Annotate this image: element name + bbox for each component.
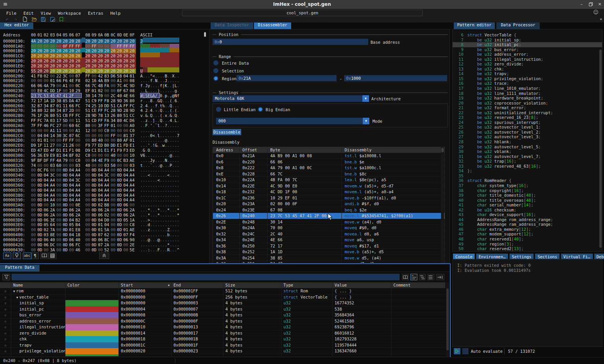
- book-view-button[interactable]: [40, 252, 48, 259]
- code-line[interactable]: 13 be u32 chk;: [453, 67, 602, 72]
- code-line[interactable]: 25 be u32 autovector_level_1;: [453, 125, 602, 130]
- panel-close-icon[interactable]: ×: [598, 17, 604, 22]
- disasm-scrollbar[interactable]: [441, 147, 444, 263]
- highlight-toggle[interactable]: [13, 252, 21, 259]
- disasm-row[interactable]: 0x140x22E4C 9D 00 E0movem.w (a5)+, d5-d7: [213, 183, 444, 189]
- hex-row[interactable]: 000001C0:2020202020202020202020202020202…: [0, 52, 208, 57]
- hex-row[interactable]: 00000260:32873487011166FC742510DD51CAFFF…: [0, 102, 208, 107]
- hex-row[interactable]: 00000390:000D04A4000D04A4000D04A4000D04A…: [0, 197, 208, 202]
- code-line[interactable]: 24 be u32 spurious_interrupt;: [453, 120, 602, 125]
- disasm-row[interactable]: 0xE0x22866 7Cbne.b $8c: [213, 171, 444, 177]
- disasm-row[interactable]: 0x380x2521A 1Dmove.b (a5)+, d5: [213, 249, 444, 255]
- pilcrow-toggle[interactable]: ¶: [31, 252, 39, 259]
- document-tab[interactable]: cool_spot.gen: [182, 10, 423, 16]
- column-divider[interactable]: [341, 147, 342, 263]
- base-address-input[interactable]: 0x0: [213, 39, 368, 45]
- jump-icon[interactable]: [436, 274, 444, 280]
- radio-entire-data[interactable]: [213, 60, 218, 65]
- code-line[interactable]: 46 char extra_memory[12];: [453, 227, 602, 232]
- console-tab-virtual-fi-[interactable]: Virtual Fi…: [561, 254, 593, 259]
- code-line[interactable]: 36struct RomHeader {: [453, 178, 602, 183]
- pattern-row[interactable]: [0, 354, 445, 357]
- hex-row[interactable]: 000003B0:000D062A000D062A000D062A000D062…: [0, 206, 208, 211]
- favorite-star-icon[interactable]: ☆: [0, 294, 11, 300]
- hex-row[interactable]: 000003E0:000D0564000D05B4000D0104000D00C…: [0, 221, 208, 227]
- minimize-button[interactable]: –: [578, 1, 585, 7]
- hex-row[interactable]: 00000420:000D06DC000D06FC000D072A000D002…: [0, 241, 208, 246]
- code-line[interactable]: 34};: [453, 168, 602, 173]
- bookmark-icon[interactable]: [58, 17, 64, 22]
- feedback-smiley-icon[interactable]: ☺: [593, 9, 599, 15]
- disasm-row[interactable]: 0x80x2224A 79 00 A1 00 0Ctst.w $a1000c.l: [213, 165, 444, 171]
- favorite-star-icon[interactable]: ☆: [0, 312, 11, 318]
- hex-row[interactable]: 00000290:FFFC7A03175D001151CDFFFA34804CD…: [0, 117, 208, 122]
- hex-row[interactable]: 00000220:66064A7900A1000C667C4BFA007C4C9…: [0, 82, 208, 87]
- code-line[interactable]: 28 be u32 hblank;: [453, 139, 602, 144]
- console-tab-environmen-[interactable]: Environmen…: [476, 254, 508, 259]
- hex-row[interactable]: 00000320:7400000360000003400000035000000…: [0, 162, 208, 167]
- tab-disassembler[interactable]: Disassembler: [254, 22, 291, 29]
- pattern-row[interactable]: ☆▼rom0x000000000x000001FF512 bytesstruct…: [0, 288, 445, 294]
- code-line[interactable]: 49 char region[3];: [453, 242, 602, 247]
- hex-row[interactable]: 00000360:000D04A4000D04A4000D04A4000D04A…: [0, 182, 208, 187]
- book-icon[interactable]: [402, 274, 409, 280]
- grid-view-button[interactable]: [48, 252, 57, 259]
- region-start-input[interactable]: 0x21A: [237, 75, 336, 81]
- hex-row[interactable]: 000003A0:000D0010000D000E000D02B8000D060…: [0, 201, 208, 206]
- pattern-row[interactable]: ☆initial_pc0x000000040x000000074 bytesu3…: [0, 306, 445, 312]
- hex-row[interactable]: 00000300:5636E9E981048F02C00000004000001…: [0, 152, 208, 157]
- pattern-data-scrollbar-thumb[interactable]: [446, 288, 449, 350]
- tab-pattern-editor[interactable]: Pattern editor: [454, 22, 495, 29]
- code-line[interactable]: 44 AddressRange rom_address_range;: [453, 217, 602, 222]
- hex-row[interactable]: 00000380:000D04A4000D04A4000D04A4000D04A…: [0, 192, 208, 197]
- hex-row[interactable]: 00000200:41F80200223C0007FF004283D658048…: [0, 72, 208, 77]
- code-line[interactable]: 21 be u32 format_error;: [453, 105, 602, 110]
- column-divider[interactable]: [267, 147, 268, 263]
- hex-row[interactable]: 00000330:000CF600000D04A4000D04A4000D04A…: [0, 167, 208, 172]
- hex-row[interactable]: 000001B0:2020202020202020202020202020202…: [0, 48, 208, 53]
- chevron-down-icon[interactable]: ▼: [362, 95, 369, 102]
- code-line[interactable]: 37 char system_type[16];: [453, 183, 602, 188]
- restore-button[interactable]: [587, 1, 594, 7]
- hex-row[interactable]: 000002F0:ED47ED4FD1E1F108D9C1D1E1F1F9F3E…: [0, 147, 208, 152]
- code-line[interactable]: 26 be u32 autovector_level_2;: [453, 130, 602, 135]
- disasm-row[interactable]: 0x180x2324C DD 1F 00movem.l (a5)+, a0-a4: [213, 189, 444, 195]
- hex-row[interactable]: 00000190:4A20202020202020202020202020202…: [0, 38, 208, 43]
- pattern-code-editor[interactable]: 6struct VectorTable {7 be u32 initial_sp…: [452, 29, 602, 252]
- hex-row[interactable]: 00000310:9FBFDFFF4A7900C000044EF9000CB3A…: [0, 157, 208, 162]
- code-line[interactable]: 38 char copyright[16];: [453, 188, 602, 193]
- hex-row[interactable]: 00000240:237C534547412F00301470002C404E6…: [0, 92, 208, 97]
- code-line[interactable]: 27 be u32 autovector_level_3;: [453, 134, 602, 139]
- hex-row[interactable]: 00000410:000D0640000D0640000D068C000D069…: [0, 236, 208, 241]
- code-line[interactable]: 48 char reserved1[40];: [453, 237, 602, 242]
- case-sensitive-toggle[interactable]: Aa: [3, 252, 11, 259]
- code-line[interactable]: 45 AddressRange ram_address_range;: [453, 222, 602, 227]
- code-line[interactable]: 17 be u32 line_1010_emulator;: [453, 86, 602, 91]
- disasm-row[interactable]: 0x3A0x25438 85move.w d5, (a4): [213, 255, 444, 261]
- hex-row[interactable]: 000002C0:00040414303C076C00000000FF00813…: [0, 132, 208, 137]
- hex-row[interactable]: 00000350:000D04A4000D043C000D04A4000D04A…: [0, 177, 208, 182]
- hex-row[interactable]: 000001E0:2020202020202020202020202020202…: [0, 62, 208, 67]
- pattern-row[interactable]: ☆trapv0x0000001C0x0000001F4 bytesu321195…: [0, 342, 445, 349]
- code-line[interactable]: 32 be u32 trap[16];: [453, 159, 602, 164]
- column-divider[interactable]: [239, 147, 240, 263]
- pattern-row[interactable]: ☆chk0x000000180x0000001B4 bytesu32102793…: [0, 336, 445, 342]
- code-line[interactable]: 23 be u32 reserved_16_23[8];: [453, 115, 602, 120]
- disasm-row[interactable]: 0x340x24E4E 66move a6, usp: [213, 237, 444, 243]
- hex-row[interactable]: 00000340:000D043C000D04A4000D043C000D04A…: [0, 172, 208, 177]
- code-line[interactable]: 8 be u32 initial_pc;: [453, 42, 602, 47]
- radio-selection[interactable]: [213, 68, 218, 73]
- favorite-star-icon[interactable]: ☆: [0, 342, 11, 349]
- code-line[interactable]: 30 be u32 vblank;: [453, 149, 602, 154]
- code-line[interactable]: 31 be u32 autovector_level_7;: [453, 154, 602, 159]
- code-line[interactable]: 33 be u32 reserved_48_63[16];: [453, 164, 602, 169]
- flat-view-icon[interactable]: [427, 274, 434, 280]
- favorite-star-icon[interactable]: ☆: [0, 330, 11, 337]
- hex-row[interactable]: 000001F0:5520202020202020202020202020202…: [0, 67, 208, 72]
- hex-row[interactable]: 000003D0:000D063E000D04B2000D04D0000D051…: [0, 216, 208, 221]
- console-tab-settings[interactable]: Settings: [510, 254, 534, 259]
- tab-data-processor[interactable]: Data Processor: [496, 22, 540, 29]
- tab-data-inspector[interactable]: Data Inspector: [211, 22, 253, 29]
- mode-select[interactable]: 000 ▼: [216, 118, 369, 124]
- hex-row[interactable]: 00000270:3480328034872D0051CEFFFC289D289…: [0, 107, 208, 112]
